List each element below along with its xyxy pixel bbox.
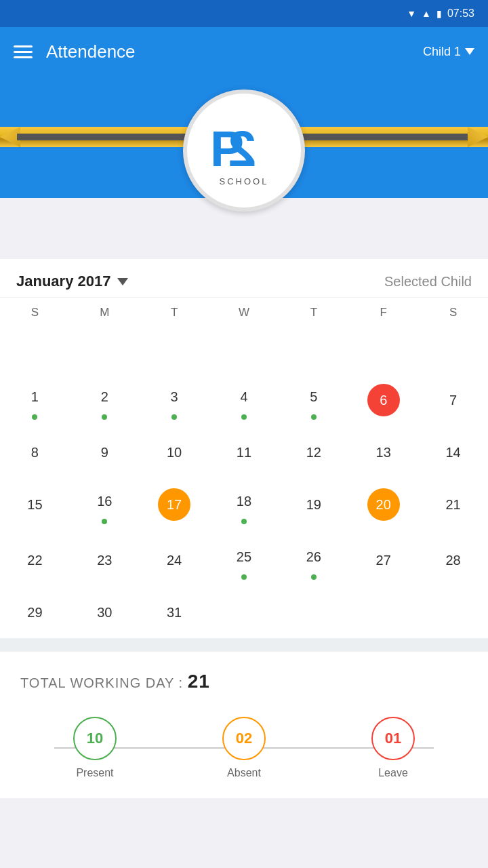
calendar-cell-17[interactable]: 17: [140, 478, 209, 534]
signal-icon: ▲: [422, 8, 431, 19]
calendar-cell-16[interactable]: 16: [70, 478, 140, 534]
month-label: January 2017: [16, 273, 110, 290]
calendar-cell-22[interactable]: 22: [0, 534, 70, 589]
calendar-cell-14[interactable]: 14: [418, 429, 488, 478]
page-title: Attendence: [46, 41, 136, 62]
calendar-cell-4[interactable]: 4: [209, 374, 279, 429]
cal-date-number: 6: [367, 384, 400, 416]
calendar-cell-26[interactable]: 26: [279, 534, 348, 589]
cal-date-number: 4: [228, 380, 260, 413]
calendar-cell-23[interactable]: 23: [70, 534, 140, 589]
day-header-mon: M: [70, 298, 140, 325]
month-arrow: [117, 278, 128, 285]
child-selector-arrow: [465, 48, 474, 55]
day-header-tue: T: [140, 298, 209, 325]
calendar-cell-24[interactable]: 24: [140, 534, 209, 589]
calendar-cell-10[interactable]: 10: [140, 429, 209, 478]
cal-date-number: 2: [88, 380, 121, 413]
cal-date-number: [88, 332, 121, 364]
stat-leave: 01 Leave: [319, 717, 468, 779]
calendar-cell-20[interactable]: 20: [348, 478, 418, 534]
stats-row: 10 Present 02 Absent 01 Leave: [20, 717, 468, 779]
calendar-cell-9[interactable]: 9: [70, 429, 140, 478]
logo-circle: P 2 SCHOOL: [183, 90, 305, 212]
cal-present-dot: [241, 414, 247, 420]
calendar-cell-25[interactable]: 25: [209, 534, 279, 589]
leave-value: 01: [385, 730, 401, 747]
cal-date-number: 31: [158, 596, 190, 629]
cal-date-number: 25: [228, 540, 260, 573]
leave-label: Leave: [378, 767, 408, 779]
cal-date-number: 9: [88, 436, 121, 469]
calendar-cell-empty-4: [279, 325, 348, 374]
calendar-cell-6[interactable]: 6: [348, 374, 418, 429]
present-circle: 10: [73, 717, 117, 760]
svg-text:2: 2: [228, 120, 256, 176]
calendar-cell-18[interactable]: 18: [209, 478, 279, 534]
calendar-cell-11[interactable]: 11: [209, 429, 279, 478]
cal-date-number: 22: [18, 544, 51, 576]
month-selector[interactable]: January 2017: [16, 273, 128, 290]
day-header-sat: S: [418, 298, 488, 325]
calendar-cell-12[interactable]: 12: [279, 429, 348, 478]
calendar-cell-empty-3: [209, 325, 279, 374]
calendar-cell-30[interactable]: 30: [70, 589, 140, 638]
calendar-cell-empty-6: [418, 325, 488, 374]
hero-section: P 2 SCHOOL: [0, 76, 488, 198]
hamburger-line-2: [14, 51, 33, 53]
cal-date-number: 1: [18, 380, 51, 413]
top-bar: Attendence Child 1: [0, 27, 488, 76]
calendar-cell-7[interactable]: 7: [418, 374, 488, 429]
calendar-cell-empty-41: [418, 589, 488, 638]
stat-present: 10 Present: [20, 717, 169, 779]
calendar-cell-8[interactable]: 8: [0, 429, 70, 478]
calendar-cell-27[interactable]: 27: [348, 534, 418, 589]
cal-date-number: [437, 596, 470, 629]
cal-present-dot: [171, 414, 177, 420]
cal-date-number: 19: [298, 488, 330, 521]
stat-absent: 02 Absent: [169, 717, 319, 779]
absent-value: 02: [236, 730, 252, 747]
calendar-cell-5[interactable]: 5: [279, 374, 348, 429]
calendar-cell-19[interactable]: 19: [279, 478, 348, 534]
cal-date-number: 14: [437, 436, 470, 469]
cal-date-number: [158, 332, 190, 364]
calendar-cell-1[interactable]: 1: [0, 374, 70, 429]
calendar-cell-15[interactable]: 15: [0, 478, 70, 534]
wifi-icon: ▼: [407, 8, 416, 19]
cal-date-number: 28: [437, 544, 470, 576]
cal-date-number: [367, 596, 400, 629]
cal-date-number: 8: [18, 436, 51, 469]
cal-date-number: 27: [367, 544, 400, 576]
cal-present-dot: [32, 414, 37, 420]
calendar-day-headers: S M T W T F S: [0, 298, 488, 325]
calendar-cell-31[interactable]: 31: [140, 589, 209, 638]
calendar-cell-21[interactable]: 21: [418, 478, 488, 534]
hamburger-menu[interactable]: [14, 45, 33, 58]
absent-label: Absent: [227, 767, 261, 779]
cal-date-number: [298, 596, 330, 629]
calendar-cell-28[interactable]: 28: [418, 534, 488, 589]
calendar-cell-3[interactable]: 3: [140, 374, 209, 429]
logo-school-text: SCHOOL: [220, 176, 269, 186]
calendar-cell-29[interactable]: 29: [0, 589, 70, 638]
calendar-section: January 2017 Selected Child S M T W T F …: [0, 259, 488, 638]
total-working-day: TOTAL WORKING DAY : 21: [20, 671, 468, 692]
day-header-thu: T: [279, 298, 348, 325]
cal-date-number: 12: [298, 436, 330, 469]
calendar-cell-2[interactable]: 2: [70, 374, 140, 429]
cal-date-number: 23: [88, 544, 121, 576]
calendar-cell-empty-2: [140, 325, 209, 374]
cal-date-number: 7: [437, 384, 470, 416]
cal-date-number: 16: [88, 485, 121, 517]
status-icons: ▼ ▲ ▮ 07:53: [407, 7, 474, 20]
calendar-cell-empty-1: [70, 325, 140, 374]
calendar-cell-13[interactable]: 13: [348, 429, 418, 478]
cal-date-number: 17: [158, 488, 190, 521]
cal-date-number: 20: [367, 488, 400, 521]
cal-date-number: [367, 332, 400, 364]
cal-date-number: 10: [158, 436, 190, 469]
calendar-cell-empty-0: [0, 325, 70, 374]
status-time: 07:53: [447, 7, 474, 20]
child-selector[interactable]: Child 1: [423, 45, 474, 59]
